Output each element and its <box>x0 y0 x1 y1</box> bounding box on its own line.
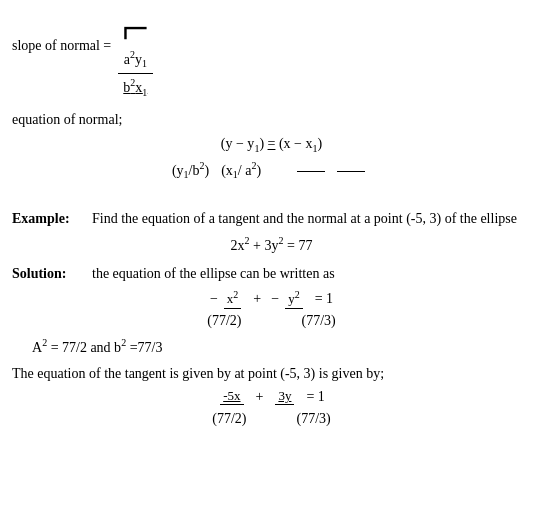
a2b2-line: A2 = 77/2 and b2 =77/3 <box>12 336 531 357</box>
blank-1 <box>297 171 325 172</box>
tangent-frac-labels: (77/2) (77/3) <box>12 409 531 429</box>
tangent-frac1: -5x <box>220 389 243 405</box>
solution-label: Solution: <box>12 264 92 284</box>
slope-label: slope of normal = <box>12 8 111 56</box>
solution-text: the equation of the ellipse can be writt… <box>92 264 335 284</box>
tangent-frac2: 3y <box>275 389 294 405</box>
ellipse-frac2: y2 <box>285 289 303 309</box>
tangent-eq: -5x + 3y = 1 <box>12 387 531 407</box>
blank-2 <box>337 171 365 172</box>
slope-fraction: a2y1 b2x1 <box>117 48 153 100</box>
slope-denominator: b2x1 <box>117 74 153 99</box>
normal-eq-line2: (y1/b2) (x1/ a2) <box>12 159 531 182</box>
solution-section: Solution: the equation of the ellipse ca… <box>12 264 531 429</box>
ellipse-eq: − x2 + − y2 = 1 <box>12 289 531 309</box>
normal-eq-line1: (y − y1) = (x − x1) <box>12 134 531 156</box>
example-equation: 2x2 + 3y2 = 77 <box>12 234 531 255</box>
example-text: Find the equation of a tangent and the n… <box>92 209 531 229</box>
normal-eq-label: equation of normal; <box>12 110 531 130</box>
ellipse-frac-labels: (77/2) (77/3) <box>12 311 531 331</box>
example-label: Example: <box>12 209 92 229</box>
example-section: Example: Find the equation of a tangent … <box>12 209 531 256</box>
slope-numerator: a2y1 <box>118 48 153 74</box>
tangent-explain: The equation of the tangent is given by … <box>12 364 531 384</box>
ellipse-frac1: x2 <box>224 289 242 309</box>
bracket-symbol: ⌐ <box>122 4 149 52</box>
